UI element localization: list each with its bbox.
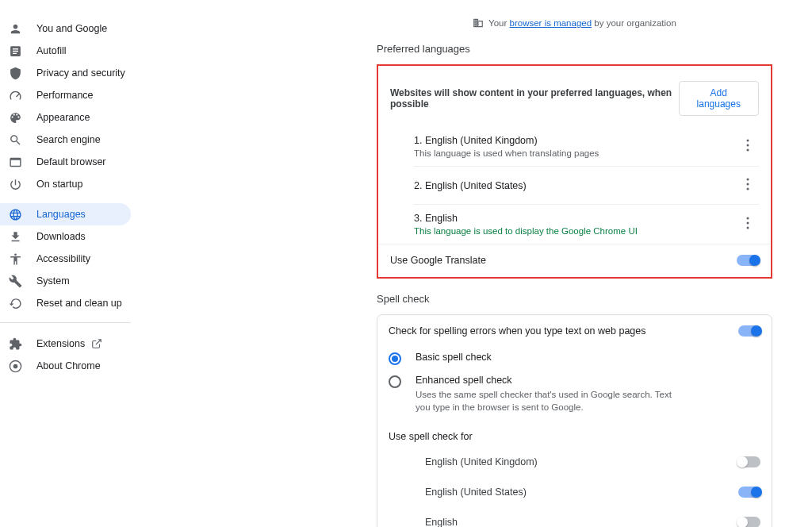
add-languages-button[interactable]: Add languages [679,81,759,116]
sidebar-item-label: Default browser [36,156,106,167]
sidebar-item-performance[interactable]: Performance [0,84,178,106]
sidebar-item-about[interactable]: About Chrome [0,355,131,377]
sidebar-item-accessibility[interactable]: Accessibility [0,248,178,270]
spell-check-lang-label: English (United States) [425,487,527,498]
sidebar-item-label: Reset and clean up [36,298,122,309]
sidebar-item-autofill[interactable]: Autofill [0,40,178,62]
svg-point-2 [747,140,749,142]
settings-sidebar: You and Google Autofill Privacy and secu… [0,0,178,527]
autofill-icon [8,44,22,58]
language-label: 3. English [414,213,638,224]
sidebar-item-label: Search engine [36,134,101,145]
sidebar-item-extensions[interactable]: Extensions [0,333,131,355]
palette-icon [8,110,22,125]
sidebar-item-reset[interactable]: Reset and clean up [0,292,178,314]
language-label: 2. English (United States) [414,180,527,191]
sidebar-item-label: Performance [36,90,94,101]
restore-icon [8,296,22,310]
language-label: 1. English (United Kingdom) [414,135,599,146]
spell-check-lang-toggle[interactable] [738,487,760,498]
person-icon [8,21,22,36]
power-icon [8,177,22,191]
browser-icon [8,155,22,169]
sidebar-item-privacy[interactable]: Privacy and security [0,62,178,84]
preferred-languages-title: Preferred languages [377,43,772,55]
sidebar-item-system[interactable]: System [0,270,178,292]
sidebar-item-label: About Chrome [36,360,101,371]
language-row: 1. English (United Kingdom)This language… [414,127,759,167]
preferred-languages-highlight: Websites will show content in your prefe… [377,64,772,279]
language-row: 3. EnglishThis language is used to displ… [414,205,759,244]
sidebar-item-search-engine[interactable]: Search engine [0,129,178,151]
translate-label: Use Google Translate [390,255,486,266]
enhanced-spell-check-option[interactable]: Enhanced spell checkUses the same spell … [377,370,772,418]
sidebar-item-default-browser[interactable]: Default browser [0,151,178,173]
svg-point-3 [747,144,749,147]
more-menu-button[interactable] [740,136,756,157]
spell-check-card: Check for spelling errors when you type … [377,314,772,527]
svg-point-7 [747,188,749,190]
language-sub: This language is used to display the Goo… [414,226,638,236]
spell-check-lang-toggle[interactable] [738,517,760,527]
sidebar-item-label: Autofill [36,45,67,56]
sidebar-item-label: On startup [36,179,82,190]
sidebar-item-label: Privacy and security [36,67,125,79]
svg-point-4 [747,149,749,152]
main-content: Your browser is managed by your organiza… [178,0,812,527]
sidebar-item-downloads[interactable]: Downloads [0,225,178,248]
sidebar-item-languages[interactable]: Languages [0,203,131,225]
more-menu-button[interactable] [740,213,756,235]
radio-basic[interactable] [389,352,401,365]
sidebar-item-label: You and Google [36,23,107,34]
use-spell-check-for-label: Use spell check for [377,418,772,447]
google-translate-setting: Use Google Translate [379,244,770,276]
external-link-icon [91,338,102,349]
extension-icon [8,337,22,351]
language-row: 2. English (United States) [414,167,759,205]
svg-point-10 [747,227,749,229]
svg-point-1 [13,364,17,368]
speed-icon [8,88,22,102]
svg-point-6 [747,183,749,186]
svg-point-5 [747,179,749,181]
accessibility-icon [8,252,22,266]
spell-check-lang-label: English (United Kingdom) [425,456,538,467]
managed-notice: Your browser is managed by your organiza… [377,17,772,29]
spell-check-desc: Check for spelling errors when you type … [389,325,645,337]
managed-link[interactable]: browser is managed [510,18,592,28]
chrome-icon [8,359,22,373]
wrench-icon [8,274,22,288]
spell-check-lang-toggle[interactable] [738,456,760,467]
shield-icon [8,66,22,80]
language-sub: This language is used when translating p… [414,148,599,158]
basic-spell-check-option[interactable]: Basic spell check [377,347,772,370]
spell-check-language-row: English (United States) [377,477,772,507]
spell-check-language-row: English [377,507,772,527]
sidebar-item-label: System [36,275,70,287]
sidebar-advanced-group: Extensions About Chrome [0,322,131,377]
sidebar-item-label: Appearance [36,112,90,123]
spell-check-language-row: English (United Kingdom) [377,447,772,477]
sidebar-item-you-and-google[interactable]: You and Google [0,17,178,40]
building-icon [473,17,484,29]
sidebar-item-label: Extensions [36,338,85,349]
sidebar-item-on-startup[interactable]: On startup [0,173,178,195]
preferred-languages-desc: Websites will show content in your prefe… [390,87,679,110]
sidebar-item-label: Downloads [36,231,86,242]
spell-check-toggle[interactable] [738,325,760,337]
globe-icon [8,207,22,221]
translate-toggle[interactable] [737,255,759,266]
more-menu-button[interactable] [740,175,756,196]
spell-check-lang-label: English [425,517,458,527]
sidebar-item-label: Languages [36,209,86,220]
download-icon [8,229,22,244]
svg-point-9 [747,222,749,225]
sidebar-item-label: Accessibility [36,253,90,264]
search-icon [8,133,22,147]
svg-point-8 [747,217,749,220]
sidebar-item-appearance[interactable]: Appearance [0,106,178,129]
radio-enhanced[interactable] [389,375,401,388]
spell-check-title: Spell check [377,293,772,305]
